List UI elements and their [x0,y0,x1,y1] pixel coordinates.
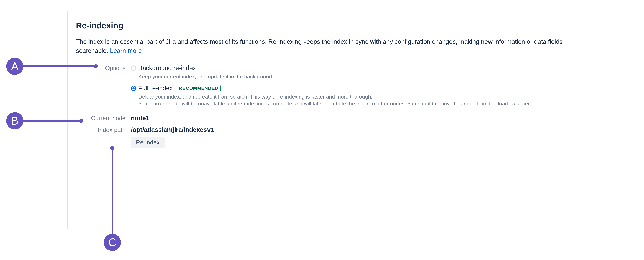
annotation-c-connector [112,148,113,235]
current-node-label: Current node [76,115,131,122]
option-full-head[interactable]: Full re-index RECOMMENDED [131,85,586,92]
index-path-label: Index path [76,126,131,133]
annotation-c-dot [110,146,114,150]
option-full-desc-line2: Your current node will be unavailable un… [138,101,531,106]
index-path-value-wrap: /opt/atlassian/jira/indexesV1 Re-index [131,126,586,148]
option-background-desc: Keep your current index, and update it i… [138,73,586,80]
annotation-a-connector [24,65,96,67]
option-full: Full re-index RECOMMENDED Delete your in… [131,85,586,107]
option-background: Background re-index Keep your current in… [131,64,586,80]
learn-more-link[interactable]: Learn more [110,47,142,54]
index-path-row: Index path /opt/atlassian/jira/indexesV1… [76,126,586,148]
annotation-c-badge: C [104,234,121,251]
option-full-desc-line1: Delete your index, and recreate it from … [138,94,372,100]
current-node-row: Current node node1 [76,115,586,122]
option-full-desc: Delete your index, and recreate it from … [138,93,586,107]
page-title: Re-indexing [76,21,586,30]
intro-paragraph: The index is an essential part of Jira a… [76,37,586,55]
current-node-value-wrap: node1 [131,115,586,122]
annotation-a-dot [94,64,98,68]
intro-text: The index is an essential part of Jira a… [76,38,562,54]
annotation-b-badge: B [6,112,24,129]
annotation-b-dot [79,119,83,123]
option-background-label: Background re-index [138,64,196,71]
current-node-value: node1 [131,115,149,121]
reindex-button[interactable]: Re-index [131,137,164,148]
recommended-badge: RECOMMENDED [177,85,220,91]
option-full-label: Full re-index [138,85,173,92]
annotation-a-badge: A [6,58,24,75]
radio-checked-icon[interactable] [131,86,136,91]
reindexing-panel: Re-indexing The index is an essential pa… [67,11,594,229]
index-path-value: /opt/atlassian/jira/indexesV1 [131,126,214,133]
options-row: Options Background re-index Keep your cu… [76,64,586,112]
radio-unchecked-icon[interactable] [131,65,136,71]
options-value: Background re-index Keep your current in… [131,64,586,112]
option-background-head[interactable]: Background re-index [131,64,586,71]
annotation-b-connector [24,120,81,122]
